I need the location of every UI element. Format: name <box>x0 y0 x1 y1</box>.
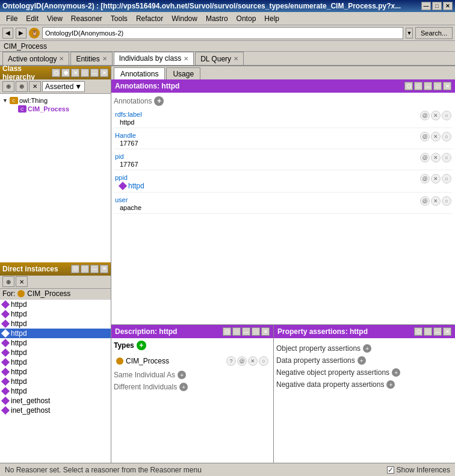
add-different-individual-button[interactable]: + <box>179 383 188 391</box>
menu-reasoner[interactable]: Reasoner <box>67 13 106 24</box>
instance-httpd-3-selected[interactable]: httpd <box>0 329 111 338</box>
menu-window[interactable]: Window <box>168 13 201 24</box>
ann-at-btn-3[interactable]: @ <box>420 174 430 184</box>
ann-o-btn-1[interactable]: ○ <box>442 132 451 141</box>
add-class-button[interactable]: ⊕ <box>2 81 14 92</box>
ann-close[interactable]: ✕ <box>443 82 451 90</box>
ann-x-btn-0[interactable]: ✕ <box>431 111 441 120</box>
instance-httpd-5[interactable]: httpd <box>0 348 111 357</box>
type-at-btn[interactable]: @ <box>237 356 247 366</box>
type-o-btn[interactable]: ○ <box>259 356 268 366</box>
type-item-cimprocess[interactable]: CIM_Process ? @ ✕ ○ <box>114 355 271 367</box>
add-negative-data-property-button[interactable]: + <box>386 380 395 389</box>
close-button[interactable]: ✕ <box>443 2 453 10</box>
ann-at-btn-4[interactable]: @ <box>420 196 430 206</box>
ch-min[interactable]: — <box>90 69 99 77</box>
tab-annotations[interactable]: Annotations <box>114 67 165 79</box>
ch-close[interactable]: ✕ <box>100 69 108 77</box>
tab-individuals-by-class[interactable]: Individuals by class ✕ <box>114 52 194 65</box>
desc-close[interactable]: ✕ <box>261 327 270 336</box>
ann-o-btn-4[interactable]: ○ <box>442 196 451 206</box>
add-data-property-button[interactable]: + <box>358 356 366 365</box>
tab-close-individuals[interactable]: ✕ <box>184 55 188 62</box>
ch-pin[interactable]: □ <box>81 69 89 77</box>
ppid-link[interactable]: httpd <box>128 182 144 190</box>
ann-icon4[interactable]: □ <box>433 82 442 90</box>
instance-httpd-6[interactable]: httpd <box>0 357 111 367</box>
instance-httpd-9[interactable]: httpd <box>0 386 111 396</box>
instance-httpd-8[interactable]: httpd <box>0 377 111 386</box>
forward-button[interactable]: ▶ <box>16 28 26 39</box>
search-button[interactable]: Search... <box>415 27 453 39</box>
menu-help[interactable]: Help <box>261 13 283 24</box>
tab-close-dl-query[interactable]: ✕ <box>234 55 238 62</box>
ann-at-btn-2[interactable]: @ <box>420 153 430 162</box>
prop-icon1[interactable]: ⬡ <box>414 327 422 336</box>
tab-active-ontology[interactable]: Active ontology ✕ <box>2 52 69 65</box>
desc-icon2[interactable]: □ <box>232 327 241 336</box>
instance-httpd-4[interactable]: httpd <box>0 338 111 348</box>
instance-inet-gethost-1[interactable]: inet_gethost <box>0 406 111 415</box>
tab-close-entities[interactable]: ✕ <box>102 55 107 62</box>
ann-x-btn-4[interactable]: ✕ <box>431 196 441 206</box>
ann-icon3[interactable]: — <box>424 82 432 90</box>
inst-icon2[interactable]: □ <box>81 265 89 273</box>
add-instance-button[interactable]: ⊕ <box>2 276 14 287</box>
menu-edit[interactable]: Edit <box>22 13 42 24</box>
add-object-property-button[interactable]: + <box>363 344 371 353</box>
menu-ontop[interactable]: Ontop <box>233 13 260 24</box>
ann-x-btn-1[interactable]: ✕ <box>431 132 441 141</box>
ann-prop-handle[interactable]: Handle <box>115 132 451 139</box>
menu-file[interactable]: File <box>2 13 21 24</box>
asserted-dropdown[interactable]: Asserted ▼ <box>42 81 85 92</box>
menu-tools[interactable]: Tools <box>107 13 131 24</box>
ch-icon2[interactable]: ⬢ <box>61 69 70 77</box>
ann-at-btn-1[interactable]: @ <box>420 132 430 141</box>
ann-prop-pid[interactable]: pid <box>115 153 451 160</box>
ann-o-btn-3[interactable]: ○ <box>442 174 451 184</box>
instance-httpd-2[interactable]: httpd <box>0 319 111 329</box>
ann-o-btn-0[interactable]: ○ <box>442 111 451 120</box>
add-subclass-button[interactable]: ⊕ <box>16 81 28 92</box>
ch-icon3[interactable]: ✕ <box>71 69 79 77</box>
add-annotation-button[interactable]: + <box>154 96 164 106</box>
tab-entities[interactable]: Entities ✕ <box>70 52 112 65</box>
tree-item-owlthing[interactable]: ▼ C owl:Thing <box>2 96 108 105</box>
maximize-button[interactable]: □ <box>432 2 442 10</box>
instance-inet-gethost-0[interactable]: inet_gethost <box>0 396 111 406</box>
menu-mastro[interactable]: Mastro <box>202 13 232 24</box>
ann-at-btn-0[interactable]: @ <box>420 111 430 120</box>
menu-refactor[interactable]: Refactor <box>132 13 167 24</box>
prop-icon2[interactable]: □ <box>424 327 432 336</box>
desc-icon3[interactable]: — <box>242 327 250 336</box>
desc-icon4[interactable]: □ <box>252 327 260 336</box>
ann-x-btn-2[interactable]: ✕ <box>431 153 441 162</box>
delete-instance-button[interactable]: ✕ <box>16 276 28 287</box>
add-same-individual-button[interactable]: + <box>178 371 186 379</box>
inst-min[interactable]: — <box>90 265 99 273</box>
prop-close[interactable]: ✕ <box>443 327 451 336</box>
inst-close[interactable]: ✕ <box>100 265 108 273</box>
add-type-button[interactable]: + <box>137 341 146 350</box>
type-x-btn[interactable]: ✕ <box>248 356 258 366</box>
minimize-button[interactable]: — <box>421 2 431 10</box>
instance-httpd-0[interactable]: httpd <box>0 300 111 309</box>
address-input[interactable] <box>42 27 403 39</box>
type-q-btn[interactable]: ? <box>226 356 236 366</box>
address-dropdown[interactable]: ▼ <box>406 28 413 39</box>
ch-icon1[interactable]: ⬡ <box>52 69 60 77</box>
instance-httpd-7[interactable]: httpd <box>0 367 111 377</box>
back-button[interactable]: ◀ <box>2 28 13 39</box>
instance-httpd-1[interactable]: httpd <box>0 309 111 319</box>
tab-close-active-ontology[interactable]: ✕ <box>59 55 64 62</box>
menu-view[interactable]: View <box>43 13 66 24</box>
ann-icon2[interactable]: □ <box>414 82 422 90</box>
ann-icon1[interactable]: ⬡ <box>404 82 413 90</box>
tab-usage[interactable]: Usage <box>166 67 200 79</box>
ann-prop-rdfs-label[interactable]: rdfs:label <box>115 111 451 118</box>
ann-prop-ppid[interactable]: ppid <box>115 174 451 181</box>
desc-icon1[interactable]: ⬡ <box>223 327 231 336</box>
expand-owlthing[interactable]: ▼ <box>2 97 8 104</box>
ann-o-btn-2[interactable]: ○ <box>442 153 451 162</box>
tree-item-cimprocess[interactable]: C CIM_Process <box>2 105 108 113</box>
